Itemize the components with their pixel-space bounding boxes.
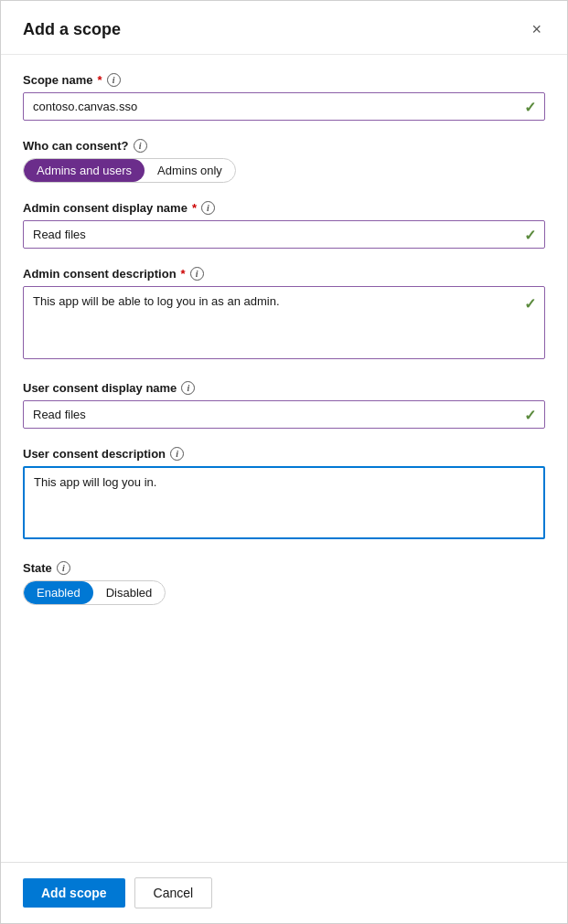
required-star-3: * bbox=[181, 267, 186, 281]
admin-consent-description-textarea-wrapper: This app will be able to log you in as a… bbox=[23, 286, 545, 363]
state-group: State i Enabled Disabled bbox=[23, 561, 545, 605]
user-consent-description-textarea-wrapper: This app will log you in. bbox=[23, 466, 545, 543]
dialog-title: Add a scope bbox=[23, 20, 121, 39]
admin-consent-description-label: Admin consent description * i bbox=[23, 267, 545, 281]
admin-consent-description-group: Admin consent description * i This app w… bbox=[23, 267, 545, 363]
scope-name-info-icon[interactable]: i bbox=[107, 73, 121, 87]
admin-consent-desc-info-icon[interactable]: i bbox=[190, 267, 204, 281]
state-label: State i bbox=[23, 561, 545, 575]
close-button[interactable]: × bbox=[528, 17, 545, 41]
scope-name-input-wrapper: ✓ bbox=[23, 92, 545, 121]
user-consent-display-name-check-icon: ✓ bbox=[524, 406, 536, 423]
user-consent-description-group: User consent description i This app will… bbox=[23, 447, 545, 543]
admin-consent-display-name-group: Admin consent display name * i ✓ bbox=[23, 201, 545, 249]
user-consent-display-name-label: User consent display name i bbox=[23, 381, 545, 395]
state-toggle-disabled[interactable]: Disabled bbox=[93, 581, 166, 604]
admin-consent-display-info-icon[interactable]: i bbox=[201, 201, 215, 215]
consent-toggle-admins-only[interactable]: Admins only bbox=[145, 159, 235, 182]
consent-toggle-admins-and-users[interactable]: Admins and users bbox=[24, 159, 145, 182]
scope-name-label: Scope name * i bbox=[23, 73, 545, 87]
admin-consent-desc-check-icon: ✓ bbox=[524, 295, 536, 313]
required-star: * bbox=[98, 73, 102, 87]
admin-consent-display-name-check-icon: ✓ bbox=[524, 226, 536, 243]
state-toggle-group: Enabled Disabled bbox=[23, 580, 166, 605]
user-consent-display-name-input[interactable] bbox=[23, 400, 545, 429]
required-star-2: * bbox=[192, 201, 197, 215]
state-toggle-enabled[interactable]: Enabled bbox=[24, 581, 93, 604]
dialog-body: Scope name * i ✓ Who can consent? i Admi… bbox=[1, 55, 567, 862]
admin-consent-display-name-input[interactable] bbox=[23, 220, 545, 249]
who-can-consent-group: Who can consent? i Admins and users Admi… bbox=[23, 139, 545, 183]
who-can-consent-label: Who can consent? i bbox=[23, 139, 545, 153]
add-scope-button[interactable]: Add scope bbox=[23, 878, 125, 908]
add-scope-dialog: Add a scope × Scope name * i ✓ Who can c… bbox=[0, 0, 568, 924]
admin-consent-display-name-input-wrapper: ✓ bbox=[23, 220, 545, 249]
dialog-header: Add a scope × bbox=[1, 1, 567, 55]
admin-consent-display-name-label: Admin consent display name * i bbox=[23, 201, 545, 215]
dialog-footer: Add scope Cancel bbox=[1, 862, 567, 923]
scope-name-input[interactable] bbox=[23, 92, 545, 121]
admin-consent-description-textarea[interactable]: This app will be able to log you in as a… bbox=[23, 286, 545, 359]
cancel-button[interactable]: Cancel bbox=[134, 877, 213, 908]
user-consent-display-name-input-wrapper: ✓ bbox=[23, 400, 545, 429]
user-consent-display-name-group: User consent display name i ✓ bbox=[23, 381, 545, 429]
who-can-consent-info-icon[interactable]: i bbox=[134, 139, 147, 153]
user-consent-description-label: User consent description i bbox=[23, 447, 545, 461]
user-consent-desc-info-icon[interactable]: i bbox=[170, 447, 184, 461]
user-consent-description-textarea[interactable]: This app will log you in. bbox=[23, 466, 545, 539]
consent-toggle-group: Admins and users Admins only bbox=[23, 158, 236, 183]
scope-name-group: Scope name * i ✓ bbox=[23, 73, 545, 121]
user-consent-display-info-icon[interactable]: i bbox=[181, 381, 195, 395]
scope-name-check-icon: ✓ bbox=[524, 98, 536, 115]
state-info-icon[interactable]: i bbox=[57, 561, 70, 575]
